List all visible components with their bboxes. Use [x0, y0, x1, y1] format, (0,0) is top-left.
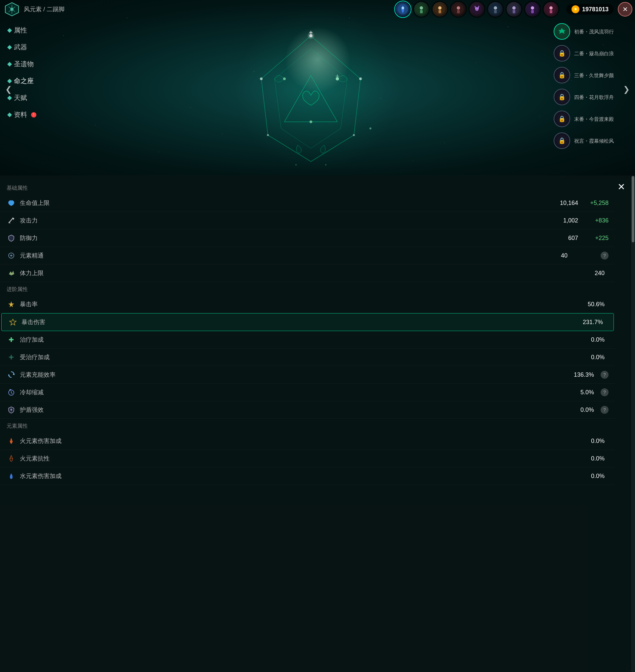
- svg-point-39: [260, 78, 263, 80]
- basic-stats-label: 基础属性: [0, 181, 615, 194]
- atk-value: 1,002: [563, 217, 578, 224]
- constellation-item-3[interactable]: 🔒 三番・久世舞夕颜: [554, 67, 630, 83]
- em-help-button[interactable]: ?: [600, 252, 609, 259]
- pyro-res-label: 火元素抗性: [20, 455, 591, 462]
- element-stats-label: 元素属性: [0, 419, 615, 432]
- constellation-item-5[interactable]: 🔒 末番・今昔渡来殿: [554, 110, 630, 127]
- stat-row-healing: 治疗加成 0.0%: [0, 331, 615, 349]
- stats-scrollbar[interactable]: [631, 175, 635, 672]
- nav-diamond-icon: [7, 28, 12, 33]
- character-tabs: [394, 1, 560, 18]
- hp-icon: [7, 198, 16, 208]
- incoming-heal-value: 0.0%: [591, 354, 605, 361]
- stat-row-cd: 冷却缩减 5.0% ?: [0, 384, 615, 401]
- svg-point-16: [494, 6, 497, 9]
- close-button[interactable]: ✕: [618, 2, 632, 17]
- svg-point-3: [401, 7, 404, 9]
- stat-row-stamina: 体力上限 240: [0, 265, 615, 282]
- const-icon-4: 🔒: [554, 89, 570, 105]
- nav-label-artifacts: 圣遗物: [14, 60, 34, 68]
- atk-bonus: +836: [582, 217, 609, 224]
- char-tab-2[interactable]: [413, 1, 430, 18]
- char-tab-9[interactable]: [542, 1, 560, 18]
- lock-icon-6: 🔒: [558, 137, 566, 144]
- stats-close-button[interactable]: ✕: [615, 181, 627, 193]
- const-icon-5: 🔒: [554, 110, 570, 127]
- incoming-heal-icon: [7, 353, 16, 362]
- stats-scrollbar-thumb[interactable]: [632, 176, 634, 242]
- constellation-name-6: 祝言・霞幕倾松风: [574, 138, 614, 144]
- char-tab-8[interactable]: [524, 1, 541, 18]
- svg-rect-53: [9, 339, 14, 340]
- svg-point-44: [310, 121, 312, 123]
- svg-point-38: [267, 134, 269, 136]
- stat-row-em: 元素精通 40 ?: [0, 247, 615, 265]
- svg-rect-12: [457, 10, 460, 13]
- constellation-item-4[interactable]: 🔒 四番・花月歌浮舟: [554, 89, 630, 105]
- svg-point-36: [359, 78, 362, 80]
- nav-diamond-icon: [7, 112, 12, 117]
- char-tab-4[interactable]: [450, 1, 467, 18]
- profile-badge: !: [31, 112, 36, 118]
- svg-point-47: [325, 164, 326, 166]
- nav-item-attributes[interactable]: 属性: [0, 22, 66, 38]
- svg-point-5: [420, 6, 423, 9]
- nav-item-profile[interactable]: 资料 !: [0, 107, 66, 123]
- svg-point-37: [353, 134, 355, 136]
- const-icon-2: 🔒: [554, 45, 570, 62]
- energy-value: 136.3%: [574, 372, 594, 378]
- stat-row-pyro-res: 火元素抗性 0.0%: [0, 450, 615, 467]
- arrow-left-button[interactable]: ❮: [3, 83, 15, 95]
- constellation-area: [66, 19, 556, 179]
- constellation-item-1[interactable]: 初番・茂风流羽行: [554, 23, 630, 40]
- lock-icon-5: 🔒: [558, 115, 566, 123]
- svg-rect-26: [550, 10, 552, 13]
- svg-rect-55: [9, 357, 14, 358]
- stat-row-atk: 攻击力 1,002 +836: [0, 212, 615, 229]
- svg-rect-17: [494, 10, 497, 13]
- em-icon: [7, 251, 16, 260]
- currency-amount: 19781013: [582, 6, 609, 13]
- energy-help-button[interactable]: ?: [600, 371, 609, 379]
- crit-dmg-value: 231.7%: [583, 319, 603, 326]
- top-bar: 风元素 / 二踢脚: [0, 0, 635, 19]
- svg-rect-9: [439, 10, 441, 13]
- pyro-res-value: 0.0%: [591, 455, 605, 462]
- pyro-dmg-label: 火元素伤害加成: [20, 437, 591, 445]
- crit-rate-value: 50.6%: [588, 301, 605, 308]
- energy-label: 元素充能效率: [20, 371, 574, 379]
- constellation-item-6[interactable]: 🔒 祝言・霞幕倾松风: [554, 132, 630, 149]
- char-tab-5[interactable]: [468, 1, 485, 18]
- nav-label-weapon: 武器: [14, 43, 27, 51]
- constellation-name-5: 末番・今昔渡来殿: [574, 115, 614, 123]
- char-tab-6[interactable]: [487, 1, 504, 18]
- hp-value: 10,164: [560, 200, 578, 207]
- svg-point-1: [10, 7, 14, 11]
- svg-rect-23: [531, 10, 534, 13]
- svg-point-46: [295, 164, 297, 166]
- char-tab-3[interactable]: [431, 1, 448, 18]
- pyro-res-icon: [7, 454, 16, 463]
- svg-point-22: [531, 6, 534, 9]
- nav-item-weapon[interactable]: 武器: [0, 39, 66, 55]
- shield-help-button[interactable]: ?: [600, 406, 609, 414]
- def-bonus: +225: [582, 235, 609, 241]
- crit-rate-label: 暴击率: [20, 300, 588, 308]
- em-value: 40: [561, 252, 568, 259]
- hydro-icon: [7, 471, 16, 481]
- nav-item-artifacts[interactable]: 圣遗物: [0, 56, 66, 72]
- shield-value: 0.0%: [581, 406, 594, 414]
- game-area: 风元素 / 二踢脚: [0, 0, 635, 179]
- svg-rect-6: [420, 10, 423, 13]
- constellation-item-2[interactable]: 🔒 二番・簸岛崩白浪: [554, 45, 630, 62]
- crit-dmg-label: 暴击伤害: [22, 318, 583, 326]
- nav-diamond-icon: [7, 45, 12, 49]
- hp-label: 生命值上限: [20, 199, 560, 207]
- char-tab-7[interactable]: [505, 1, 523, 18]
- cd-help-button[interactable]: ?: [600, 388, 609, 396]
- const-icon-1: [554, 23, 570, 40]
- svg-line-49: [9, 218, 13, 223]
- def-value: 607: [568, 235, 578, 241]
- stat-row-hydro-dmg: 水元素伤害加成 0.0%: [0, 467, 615, 485]
- char-tab-1[interactable]: [394, 1, 411, 18]
